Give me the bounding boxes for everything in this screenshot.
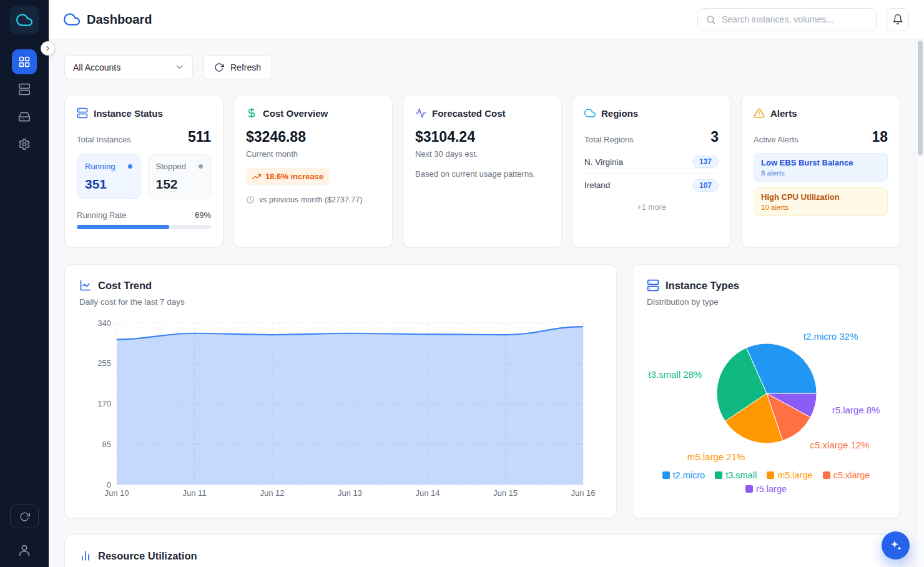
main-content: All Accounts Refresh Instance Status Tot… [49,39,924,567]
cost-overview-card: Cost Overview $3246.88 Current month 18.… [233,95,393,248]
notifications-button[interactable] [886,8,909,31]
legend-item: t3.small [715,470,757,480]
search-icon [705,14,716,25]
legend-label: r5.large [756,484,787,494]
svg-text:Jun 10: Jun 10 [104,488,129,498]
refresh-button[interactable]: Refresh [203,55,272,79]
server-icon [18,83,31,96]
card-title: Forecasted Cost [432,108,506,119]
card-title: Cost Overview [263,108,328,119]
sidebar-item-settings[interactable] [12,132,37,157]
scrollbar-thumb[interactable] [918,41,923,155]
search-box [697,8,877,31]
total-instances-value: 511 [188,130,211,144]
brand: Dashboard [64,11,152,27]
alert-count: 8 alerts [761,169,880,177]
stopped-value: 152 [156,177,204,192]
alerts-card: Alerts Active Alerts 18 Low EBS Burst Ba… [741,95,900,248]
running-rate-label: Running Rate [77,210,127,220]
cost-comparison: vs previous month ($2737.77) [259,195,362,204]
resource-utilization-card: Resource Utilization [64,535,900,567]
forecast-period: Next 30 days est. [415,149,549,159]
instance-types-legend: t2.microt3.smallm5.largec5.xlarger5.larg… [654,470,878,494]
instance-status-card: Instance Status Total Instances 511 Runn… [64,95,224,248]
sidebar-expand-button[interactable] [41,41,55,56]
total-instances-label: Total Instances [77,135,131,144]
legend-item: r5.large [745,484,787,494]
chart-title: Cost Trend [98,280,152,292]
running-value: 351 [85,177,132,192]
svg-text:Jun 12: Jun 12 [260,488,284,498]
refresh-label: Refresh [230,62,261,72]
gear-icon [18,138,31,150]
alert-name: High CPU Utilization [761,192,880,202]
region-count-badge: 137 [692,155,719,168]
chevron-down-icon [175,62,184,72]
total-regions-value: 3 [710,130,719,144]
svg-text:Jun 15: Jun 15 [493,488,518,498]
cost-trend-card: Cost Trend Daily cost for the last 7 day… [64,264,617,518]
cost-period: Current month [246,149,380,159]
card-title: Alerts [770,108,797,119]
region-row: Ireland 107 [584,174,719,197]
server-stack-icon [77,107,88,119]
svg-text:Jun 16: Jun 16 [571,488,595,498]
svg-text:r5.large 8%: r5.large 8% [832,405,880,415]
account-filter-select[interactable]: All Accounts [64,55,193,79]
stopped-label: Stopped [156,162,186,171]
bar-chart-icon [79,550,92,562]
chart-title: Instance Types [666,280,739,292]
region-row: N. Virginia 137 [584,150,719,174]
running-rate-progress [77,225,211,229]
forecast-amount: $3104.24 [415,130,549,144]
svg-text:170: 170 [97,399,111,408]
assistant-fab[interactable] [882,531,910,560]
active-alerts-label: Active Alerts [754,135,799,144]
trending-up-icon [252,172,261,181]
legend-item: t2.micro [662,470,705,480]
alert-name: Low EBS Burst Balance [761,158,880,167]
stat-cards-row: Instance Status Total Instances 511 Runn… [64,95,900,248]
sparkles-icon [889,539,903,553]
svg-text:m5.large 21%: m5.large 21% [687,451,745,462]
legend-label: t3.small [725,470,757,480]
stopped-box: Stopped 152 [148,154,212,199]
running-status-dot [128,164,132,169]
sidebar-item-dashboard[interactable] [12,49,37,74]
legend-label: c5.xlarge [833,470,870,480]
app-logo [10,6,39,34]
line-chart-icon [79,279,92,292]
instance-types-plot: t2.micro 32%t3.small 28%m5.large 21%c5.x… [647,312,885,466]
legend-swatch [745,485,753,493]
running-label: Running [85,162,115,171]
user-menu-button[interactable] [17,543,31,557]
sidebar-item-volumes[interactable] [12,104,37,129]
hard-drive-icon [18,111,31,123]
bell-icon [892,14,903,25]
sidebar-nav [12,49,37,157]
toolbar: All Accounts Refresh [64,55,272,79]
legend-label: t2.micro [673,470,705,480]
cost-amount: $3246.88 [246,130,380,144]
regions-card: Regions Total Regions 3 N. Virginia 137 … [572,95,731,248]
svg-text:c5.xlarge 12%: c5.xlarge 12% [810,440,870,450]
chart-subtitle: Distribution by type [647,297,885,307]
instance-types-card: Instance Types Distribution by type t2.m… [632,264,900,518]
sidebar-refresh-button[interactable] [10,505,39,528]
regions-more-label: +1 more [584,203,719,212]
legend-item: c5.xlarge [823,470,870,480]
alert-triangle-icon [754,107,765,119]
card-title: Regions [601,108,638,119]
vertical-scrollbar [915,39,924,567]
sidebar-item-instances[interactable] [12,77,37,102]
refresh-icon [19,511,30,522]
clock-icon [246,195,255,204]
search-input[interactable] [722,14,868,24]
alert-item: High CPU Utilization 10 alerts [754,187,888,216]
region-name: Ireland [584,180,610,190]
running-box: Running 351 [77,154,140,199]
forecasted-cost-card: Forecasted Cost $3104.24 Next 30 days es… [403,95,562,248]
refresh-icon [214,62,224,72]
cost-trend-plot: 085170255340Jun 10Jun 11Jun 12Jun 13Jun … [79,312,603,500]
svg-text:Jun 14: Jun 14 [415,488,440,498]
